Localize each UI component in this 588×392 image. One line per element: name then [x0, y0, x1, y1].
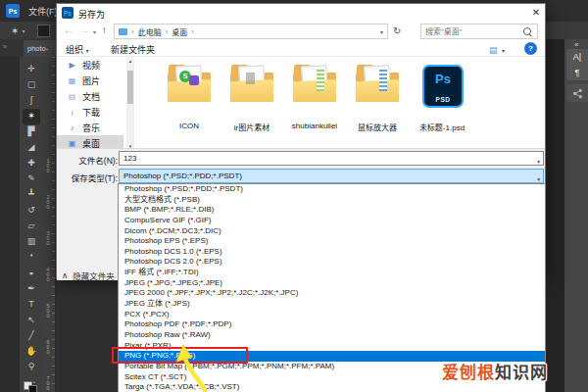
format-option[interactable]: CompuServe GIF (*.GIF) [119, 216, 545, 226]
view-options-icon[interactable]: ▤ [489, 45, 498, 55]
breadcrumb-this-pc[interactable]: 此电脑 [138, 26, 162, 37]
hide-folders-button[interactable]: ∧ 隐藏文件夹 [62, 270, 115, 281]
zoom-tool[interactable]: ⚲ [23, 360, 40, 375]
format-option[interactable]: Photoshop Raw (*.RAW) [119, 330, 545, 341]
sidebar-item-documents[interactable]: ▤ 文档 [57, 88, 123, 104]
format-option[interactable]: Photoshop (*.PSD;*.PDD;*.PSDT) [119, 184, 545, 195]
sidebar-item-music[interactable]: ♪ 音乐 [57, 120, 123, 135]
file-item-lr-folder[interactable]: lr图片素材 [221, 61, 282, 139]
collapse-panels-icon[interactable]: « [574, 40, 578, 49]
dodge-tool[interactable]: ◒ [23, 266, 40, 281]
type-tool[interactable]: T [23, 297, 40, 313]
back-button[interactable]: ← [64, 24, 74, 35]
file-label: shubiankuilei [278, 122, 351, 130]
ps-left-edge [0, 57, 20, 392]
annotation-arrow [169, 345, 223, 392]
format-option[interactable]: Dicom (*.DCM;*.DC3;*.DIC) [119, 226, 545, 237]
eyedropper-tool[interactable]: ◢ [23, 140, 40, 156]
sidebar-label: 下载 [82, 106, 100, 119]
chevron-down-icon[interactable]: ▾ [537, 156, 540, 169]
format-option[interactable]: Photoshop PDF (*.PDF;*.PDP) [119, 319, 545, 330]
dialog-ps-icon: Ps [62, 7, 74, 19]
paragraph-panel-icon[interactable]: ¶ [575, 68, 580, 77]
crop-tool[interactable]: ▛ [23, 124, 40, 140]
address-bar[interactable]: › 此电脑 › 桌面 › ▾ [114, 24, 388, 39]
sidebar-item-pictures[interactable]: ▦ 图片 [57, 73, 123, 88]
brush-tool[interactable]: ✎ [23, 172, 40, 187]
close-icon[interactable]: ✕ [529, 6, 543, 20]
up-button[interactable]: ↑ [102, 24, 107, 35]
sidebar-item-videos[interactable]: ▶ 视频 [57, 57, 123, 73]
file-label: 鼠标放大器 [341, 122, 414, 132]
ruler-mark: 500 [45, 303, 51, 318]
savetype-select[interactable]: Photoshop (*.PSD;*.PDD;*.PSDT) ▾ [119, 169, 544, 183]
eraser-tool[interactable]: ▱ [23, 219, 40, 234]
breadcrumb-separator: › [191, 27, 194, 36]
format-option[interactable]: PCX (*.PCX) [119, 310, 545, 320]
move-tool[interactable]: ✛ [23, 62, 40, 77]
format-option[interactable]: JPEG 2000 (*.JPF;*.JPX;*.JP2;*.J2C;*.J2K… [119, 288, 545, 299]
format-option[interactable]: IFF 格式 (*.IFF;*.TDI) [119, 268, 545, 278]
share-panel-button[interactable] [566, 84, 588, 102]
format-option[interactable]: 大型文档格式 (*.PSB) [119, 195, 545, 206]
lasso-tool[interactable]: ʃ [23, 93, 40, 109]
file-label: ICON [153, 122, 225, 130]
character-paragraph-panel-tabs: A| ¶ [566, 49, 588, 80]
file-item-shubiankuilei-folder[interactable]: shubiankuilei [284, 61, 345, 139]
history-brush-tool[interactable]: ↺ [23, 203, 40, 219]
character-panel-icon[interactable]: A| [573, 52, 581, 62]
forward-button[interactable]: → [79, 24, 89, 35]
tool-preset-swatch [37, 24, 50, 37]
videos-icon: ▶ [67, 61, 77, 70]
panel-expand-icon[interactable]: » [3, 43, 6, 50]
search-icon[interactable] [523, 27, 531, 35]
healing-brush-tool[interactable]: ✚ [23, 156, 40, 172]
new-folder-button[interactable]: 新建文件夹 [111, 43, 155, 56]
recent-locations-caret[interactable]: ▾ [93, 28, 96, 35]
marquee-tool[interactable]: ▢ [23, 77, 40, 93]
filename-input[interactable]: 123 ▾ [119, 151, 544, 166]
search-box [420, 24, 538, 39]
format-option[interactable]: BMP (*.BMP;*.RLE;*.DIB) [119, 205, 545, 216]
ps-canvas [546, 39, 564, 392]
folder-icon [293, 69, 336, 102]
address-caret-icon[interactable]: ▾ [380, 28, 383, 35]
sidebar-label: 文档 [82, 90, 100, 103]
file-item-psd[interactable]: Ps PSD 未标题-1.psd [412, 61, 472, 139]
organize-button[interactable]: 组织 ▾ [66, 43, 89, 56]
path-select-tool[interactable]: ↖ [23, 313, 40, 328]
scroll-up-icon[interactable]: ▴ [126, 58, 134, 64]
format-option[interactable]: JPEG (*.JPG;*.JPEG;*.JPE) [119, 278, 545, 289]
pen-tool[interactable]: ✒ [23, 281, 40, 297]
magic-wand-tool[interactable]: ✶ [23, 109, 40, 124]
format-option[interactable]: JPEG 立体 (*.JPS) [119, 299, 545, 310]
sidebar-item-downloads[interactable]: ↓ 下载 [57, 104, 123, 120]
file-item-mouse-magnifier-folder[interactable]: 鼠标放大器 [347, 61, 408, 139]
watermark-primary: 爱刨根 [442, 364, 495, 382]
clone-stamp-tool[interactable]: ┻ [23, 187, 40, 203]
hand-tool[interactable]: ✋ [23, 344, 40, 360]
help-button[interactable]: ? [524, 42, 537, 55]
blur-tool[interactable]: ❛ [23, 250, 40, 266]
refresh-icon[interactable]: ↻ [393, 25, 401, 36]
documents-icon: ▤ [67, 92, 77, 101]
line-tool[interactable]: ╱ [23, 328, 40, 344]
search-input[interactable] [421, 27, 523, 36]
format-option[interactable]: Photoshop EPS (*.EPS) [119, 236, 545, 247]
file-label: 未标题-1.psd [406, 122, 478, 132]
format-option[interactable]: Photoshop DCS 2.0 (*.EPS) [119, 257, 545, 268]
format-option[interactable]: Photoshop DCS 1.0 (*.EPS) [119, 247, 545, 258]
document-tab[interactable]: photo- [24, 40, 56, 57]
ps-badge: Ps [424, 72, 462, 86]
chevron-down-icon[interactable]: ▾ [22, 27, 24, 34]
scrollbar-thumb[interactable] [127, 71, 133, 104]
chevron-down-icon[interactable]: ▾ [502, 47, 505, 54]
breadcrumb-separator: › [131, 27, 134, 36]
breadcrumb-desktop[interactable]: 桌面 [172, 26, 187, 37]
file-item-icon-folder[interactable]: S ICON [159, 61, 220, 139]
dialog-titlebar[interactable] [57, 4, 545, 22]
menu-file[interactable]: 文件(F) [28, 5, 58, 18]
gradient-tool[interactable]: ▥ [23, 234, 40, 250]
foreground-background-swatches[interactable] [24, 381, 37, 392]
pictures-icon: ▦ [67, 76, 77, 85]
